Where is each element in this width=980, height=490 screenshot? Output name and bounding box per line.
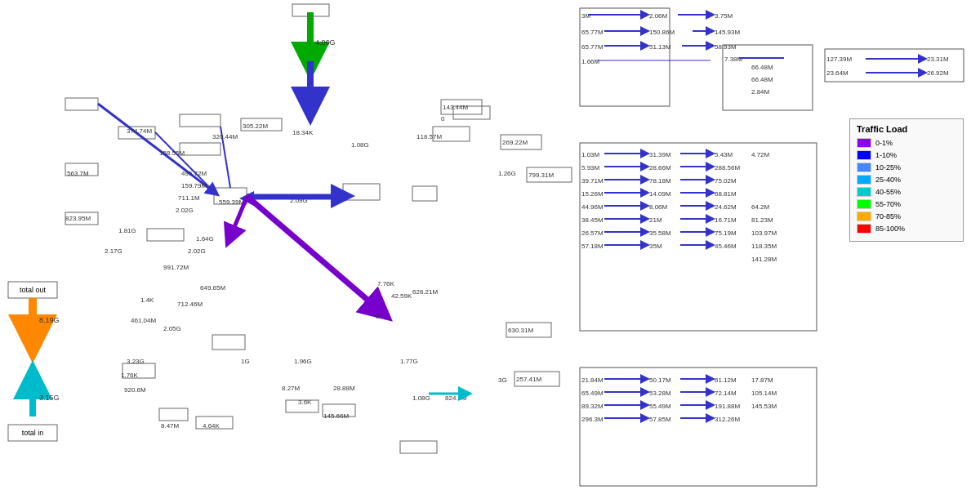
rr-14128: 141.28M <box>751 256 777 263</box>
br-2963: 296.3M <box>581 416 604 423</box>
lbl-823: 823.95M <box>65 215 91 222</box>
lbl-202g: 2.02G <box>176 207 194 214</box>
svg-rect-24 <box>412 186 437 201</box>
legend-color-3 <box>857 175 871 185</box>
svg-rect-28 <box>212 335 245 350</box>
lbl-991: 991.72M <box>163 264 189 271</box>
lbl-177g: 1.77G <box>400 358 418 365</box>
rr-10397: 103.97M <box>751 229 777 237</box>
lbl-164g: 1.64G <box>196 235 214 243</box>
lbl-320: 320.44M <box>212 133 238 140</box>
lbl-305: 305.22M <box>243 122 268 130</box>
rr-8123: 81.23M <box>751 216 773 224</box>
brc-14553: 145.53M <box>751 403 777 410</box>
lbl-159: 159.79M <box>181 182 207 189</box>
rp-14593: 145.93M <box>715 29 740 36</box>
rm-28856: 288.56M <box>715 164 740 172</box>
svg-line-12 <box>98 104 214 192</box>
svg-rect-5 <box>65 98 98 110</box>
rm-4546: 45.46M <box>715 243 737 250</box>
rp-3m: 3M <box>581 12 590 20</box>
lbl-323g: 3.23G <box>127 358 145 365</box>
lbl-712: 712.46M <box>177 301 203 308</box>
br-6549: 65.49M <box>581 390 604 397</box>
label-315g: 3.15G <box>39 394 60 402</box>
lbl-42k: 42.59K <box>391 292 412 300</box>
rm-2462: 24.62M <box>715 203 737 211</box>
rp-6648b: 66.48M <box>751 76 773 83</box>
legend-label-1: 1-10% <box>875 151 897 159</box>
svg-rect-34 <box>400 441 437 453</box>
svg-rect-15 <box>343 184 380 200</box>
lbl-920: 920.6M <box>124 386 146 394</box>
lbl-847: 8.47M <box>161 422 180 430</box>
rp-284: 2.84M <box>751 88 770 96</box>
rm-6881: 68.81M <box>715 190 737 198</box>
legend-color-7 <box>857 224 871 234</box>
br-5549: 55.49M <box>649 403 671 410</box>
lbl-649: 649.65M <box>200 284 225 292</box>
lbl-2g: 2.02G <box>188 247 206 255</box>
lbl-36k: 3.6K <box>298 399 312 406</box>
rr-11835: 118.35M <box>751 243 777 250</box>
rm-7502: 75.02M <box>715 177 737 185</box>
rm-5718m: 57.18M <box>581 243 604 250</box>
rm-7818: 78.18M <box>649 177 671 185</box>
network-diagram: total out total in 8.19G 3.15G 374.74M 1… <box>0 0 980 490</box>
legend-label-0: 0-1% <box>875 139 893 147</box>
legend-label-3: 25-40% <box>875 176 901 184</box>
legend-label-2: 10-25% <box>875 163 901 172</box>
br-19188: 191.88M <box>715 403 740 410</box>
legend-color-1 <box>857 150 871 160</box>
lbl-3g-bot: 3G <box>498 376 507 384</box>
legend-item-2: 10-25% <box>857 163 956 172</box>
rp-7384: 7.38M <box>724 56 743 63</box>
lbl-108g-bot: 1.08G <box>412 394 430 402</box>
rp-206m: 2.06M <box>649 12 668 20</box>
lbl-205g: 2.05G <box>163 325 181 332</box>
rp-375m: 3.75M <box>715 12 733 20</box>
lbl-7760: 7.76K <box>377 280 395 287</box>
lbl-406g: 4.06G <box>315 38 336 47</box>
lbl-563: 563.7M <box>67 170 89 177</box>
lbl-143: 143.44M <box>443 104 468 111</box>
rp-5893: 58.93M <box>715 43 737 51</box>
rr-472: 4.72M <box>751 151 770 158</box>
rm-3139: 31.39M <box>649 151 671 158</box>
rm-35m: 35M <box>649 243 662 250</box>
svg-rect-68 <box>580 368 817 486</box>
br-31226: 312.26M <box>715 416 740 423</box>
lbl-0: 0 <box>441 115 445 122</box>
legend-item-0: 0-1% <box>857 138 956 148</box>
rp-5113: 51.13M <box>649 43 671 51</box>
br-5785: 57.85M <box>649 416 671 423</box>
svg-rect-9 <box>147 229 184 241</box>
legend-color-5 <box>857 199 871 209</box>
diagram-container: total out total in 8.19G 3.15G 374.74M 1… <box>0 0 980 490</box>
rm-593m: 5.93M <box>581 164 600 172</box>
svg-rect-11 <box>180 114 220 127</box>
rm-4496m: 44.96M <box>581 203 604 211</box>
legend-color-2 <box>857 163 871 172</box>
rm-2866: 28.66M <box>649 164 671 172</box>
legend-color-4 <box>857 187 871 197</box>
legend-label-6: 70-85% <box>875 212 901 220</box>
rm-1409: 14.09M <box>649 190 671 198</box>
rp-2364: 23.64M <box>826 69 849 77</box>
legend-item-4: 40-55% <box>857 187 956 197</box>
br-6112: 61.12M <box>715 376 737 384</box>
lbl-1834k: 18.34K <box>292 129 314 136</box>
svg-rect-51 <box>580 143 817 331</box>
br-5017: 50.17M <box>649 376 671 384</box>
rm-3845m: 38.45M <box>581 216 604 224</box>
legend-item-1: 1-10% <box>857 150 956 160</box>
lbl-374: 374.74M <box>127 127 152 135</box>
rm-7519: 75.19M <box>715 229 737 237</box>
total-in-label: total in <box>22 429 44 437</box>
legend-item-7: 85-100% <box>857 224 956 234</box>
svg-rect-38 <box>580 8 670 106</box>
rm-2657m: 26.57M <box>581 229 604 237</box>
br-5328: 53.28M <box>649 390 671 397</box>
lbl-827: 8.27M <box>282 385 301 392</box>
legend-color-6 <box>857 212 871 221</box>
